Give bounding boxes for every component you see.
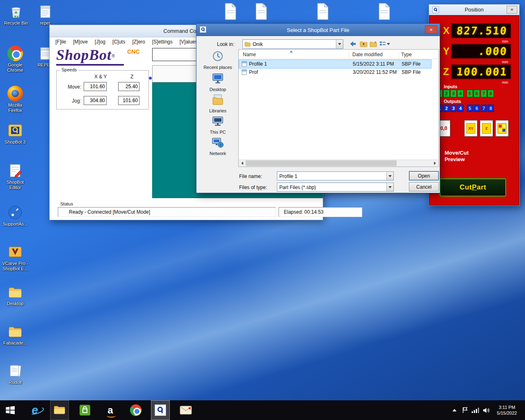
taskbar-clock[interactable]: 3:11 PM 5/15/2022: [491, 400, 523, 420]
scroll-right-icon[interactable]: [431, 160, 438, 167]
desktop-icon-mozilla-firefox[interactable]: Mozilla Firefox: [1, 85, 29, 113]
file-row-profile-1[interactable]: Profile 1 5/15/2022 3:11 PM SBP File: [239, 60, 431, 68]
back-button[interactable]: [348, 39, 357, 48]
desktop-icon-rudolf[interactable]: Rudolf: [1, 363, 29, 385]
menu-item-zero[interactable]: [Z]ero: [132, 39, 145, 45]
desktop-icon-recycle-bin[interactable]: Recycle Bin: [2, 3, 30, 26]
output-indicator-7[interactable]: 7: [481, 105, 487, 112]
open-button[interactable]: Open: [409, 171, 439, 180]
column-header-type[interactable]: Type: [401, 52, 412, 57]
mail-icon: [180, 405, 192, 415]
y-position-display: .000: [451, 44, 511, 59]
chevron-down-icon[interactable]: [386, 183, 393, 191]
shopbot-app-icon: [432, 7, 439, 13]
output-indicator-6[interactable]: 6: [474, 105, 480, 112]
window-title: Position: [465, 7, 484, 13]
scroll-left-icon[interactable]: [239, 160, 246, 167]
start-button[interactable]: [1, 400, 20, 420]
place-recent-places[interactable]: Recent places: [199, 50, 237, 70]
output-indicator-4[interactable]: 4: [457, 105, 463, 112]
output-indicator-2[interactable]: 2: [443, 105, 450, 112]
chevron-down-icon[interactable]: [336, 40, 343, 48]
close-icon[interactable]: ×: [507, 6, 517, 14]
show-hidden-icons-button[interactable]: [450, 400, 459, 420]
menu-item-values[interactable]: [V]alues: [180, 39, 197, 45]
desktop-icon-repet[interactable]: repet: [31, 3, 59, 26]
up-one-level-button[interactable]: [359, 39, 368, 48]
desktop-icon-fabacade[interactable]: Fabacade...: [1, 323, 29, 346]
inputs-label: Inputs: [444, 84, 457, 89]
taskbar-file-explorer-button[interactable]: [50, 400, 69, 420]
taskbar-ie-button[interactable]: e: [25, 400, 44, 420]
menu-item-jog[interactable]: [J]og: [95, 39, 105, 45]
folder-icon: [7, 323, 23, 340]
speeds-group: Speeds X & Y Z Move: Jog:: [56, 70, 149, 110]
scrollbar-thumb[interactable]: [246, 160, 397, 166]
move-z-speed-input[interactable]: [118, 82, 139, 91]
desktop-file-icon[interactable]: [255, 2, 268, 22]
cancel-button[interactable]: Cancel: [409, 182, 439, 192]
desktop-icon-label: Recycle Bin: [2, 21, 30, 26]
menu-item-move[interactable]: [M]ove: [73, 39, 88, 45]
desktop-icon-label: ShopBot Editor: [1, 180, 29, 190]
file-row-prof[interactable]: Prof 3/20/2022 11:52 PM SBP File: [239, 68, 431, 76]
notepad-file-icon: [37, 3, 53, 20]
windows-logo-icon: [5, 405, 16, 415]
new-folder-button[interactable]: [369, 39, 378, 48]
horizontal-scrollbar[interactable]: [239, 160, 438, 167]
sbp-file-icon: [242, 61, 247, 68]
place-desktop[interactable]: Desktop: [199, 72, 237, 92]
menu-item-cuts[interactable]: [C]uts: [112, 39, 125, 45]
file-name-combo[interactable]: Profile 1: [277, 171, 394, 180]
jog-z-speed-input[interactable]: [118, 96, 139, 105]
files-of-type-combo[interactable]: Part Files (*.sbp): [277, 183, 394, 192]
speaker-icon: [483, 407, 490, 413]
file-list-header: Name Date modified Type: [239, 50, 438, 59]
input-indicator-4: 4: [457, 90, 463, 97]
views-menu-button[interactable]: [379, 39, 391, 48]
taskbar-store-button[interactable]: [75, 400, 94, 420]
desktop-file-icon[interactable]: [224, 2, 237, 22]
cut-part-button[interactable]: Cut Part: [440, 178, 506, 196]
desktop-icon-shopbot-3[interactable]: ShopBot 3: [1, 122, 29, 145]
output-indicator-3[interactable]: 3: [450, 105, 457, 112]
desktop-icon-supportassist[interactable]: SupportAs...: [1, 204, 29, 227]
clock-date: 5/15/2022: [497, 410, 517, 416]
dialog-titlebar[interactable]: Select a ShopBot Part File: [196, 24, 440, 36]
action-center-button[interactable]: [461, 400, 469, 420]
zero-xy-axes-button[interactable]: XY: [464, 120, 477, 137]
output-indicator-8[interactable]: 8: [488, 105, 494, 112]
move-cut-preview-label: Move/Cut Preview: [445, 150, 482, 163]
taskbar-chrome-button[interactable]: [126, 400, 145, 420]
look-in-dropdown[interactable]: Onik: [242, 39, 343, 49]
output-indicator-5[interactable]: 5: [467, 105, 473, 112]
desktop-file-icon[interactable]: [378, 2, 391, 22]
zero-z-axis-button[interactable]: Z: [480, 120, 493, 137]
menu-item-settings[interactable]: [S]ettings: [152, 39, 173, 45]
desktop-icon-shopbot-editor[interactable]: ShopBot Editor: [1, 162, 29, 190]
place-network[interactable]: Network: [199, 136, 237, 156]
column-header-date-modified[interactable]: Date modified: [352, 52, 383, 57]
desktop-file-icon[interactable]: [316, 2, 329, 22]
desktop-icon-desktop-folder[interactable]: Desktop: [1, 284, 29, 306]
window-titlebar[interactable]: Position: [429, 5, 519, 15]
chevron-down-icon[interactable]: [386, 172, 393, 180]
taskbar-shopbot-button[interactable]: [151, 400, 170, 420]
menu-item-file[interactable]: [F]ile: [55, 39, 66, 45]
jog-xy-speed-input[interactable]: [84, 96, 107, 105]
recent-places-icon: [212, 50, 224, 62]
volume-button[interactable]: [482, 400, 491, 420]
input-indicator-8: 8: [488, 90, 494, 97]
taskbar-amazon-button[interactable]: a: [101, 400, 120, 420]
desktop-icon-google-chrome[interactable]: Google Chrome: [1, 45, 29, 73]
network-status-button[interactable]: [471, 400, 480, 420]
column-header-name[interactable]: Name: [243, 52, 256, 57]
taskbar-mail-button[interactable]: [176, 400, 195, 420]
close-icon[interactable]: ×: [425, 25, 437, 34]
desktop-icon-vcarve-pro[interactable]: VCarve Pro - ShopBot E...: [1, 244, 29, 272]
support-tool-icon: [7, 204, 23, 221]
place-this-pc[interactable]: This PC: [199, 115, 237, 135]
place-libraries[interactable]: Libraries: [199, 94, 237, 113]
table-view-button[interactable]: [495, 120, 509, 137]
move-xy-speed-input[interactable]: [84, 82, 107, 91]
